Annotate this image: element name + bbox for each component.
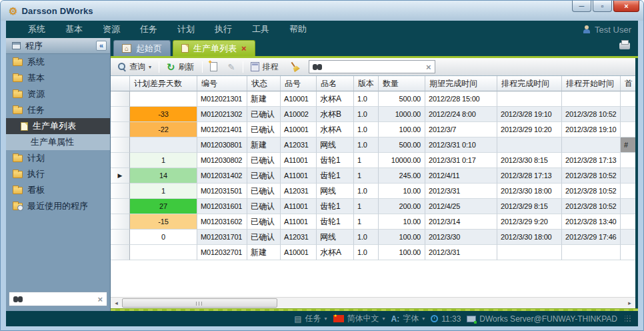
table-row[interactable]: -22 M012021401 已确认 A10001 水杯A 1.0 100.00… (111, 122, 635, 137)
row-marker: ▶ (111, 168, 130, 184)
tab-home-label: 起始页 (136, 43, 162, 55)
data-grid: 计划差异天数 编号 状态 品号 品名 版本 数量 期望完成时间 排程完成时间 排… (111, 76, 635, 260)
sidebar-header-label: 程序 (25, 40, 43, 52)
status-language-dropdown[interactable]: 简体中文 ▾ (333, 313, 385, 324)
user-indicator[interactable]: Test User (583, 25, 631, 35)
column-header-quantity[interactable]: 数量 (379, 76, 425, 91)
row-marker (111, 137, 130, 153)
horizontal-scrollbar[interactable]: ◂ ▸ (111, 297, 635, 308)
title-bar[interactable]: ⚙ Darsson DWorks ─ ▫ × (1, 1, 643, 21)
status-task-dropdown[interactable]: ▤ 任务 ▾ (294, 313, 327, 324)
sidebar-item[interactable]: 基本 (6, 70, 110, 86)
table-row[interactable]: 0 M012031701 已确认 A12031 网线 1.0 100.00 20… (111, 230, 635, 245)
maximize-button[interactable]: ▫ (593, 1, 612, 12)
cell-expected-finish: 2012/4/25 (425, 199, 497, 214)
menu-item[interactable]: 帮助 (279, 21, 317, 38)
tab-production-order-list[interactable]: 生产单列表 × (173, 40, 255, 56)
refresh-button[interactable]: ↻ 刷新 (163, 60, 198, 74)
menu-item[interactable]: 计划 (167, 21, 205, 38)
sidebar-item[interactable]: 任务 (6, 102, 110, 118)
column-header-schedule-finish[interactable]: 排程完成时间 (497, 76, 562, 91)
chevron-down-icon: ▾ (149, 64, 151, 70)
scrollbar-thumb[interactable] (122, 298, 277, 308)
cell-expected-finish: 2012/3/31 (425, 245, 497, 260)
table-row[interactable]: -33 M012021302 已确认 A10002 水杯B 1.0 1000.0… (111, 107, 635, 122)
menu-item[interactable]: 工具 (242, 21, 279, 38)
scroll-left-arrow-icon[interactable]: ◂ (111, 298, 122, 308)
clean-button[interactable] (286, 60, 303, 73)
column-header-expected-finish[interactable]: 期望完成时间 (425, 76, 497, 91)
table-row[interactable]: M012030801 新建 A12031 网线 1.0 500.00 2012/… (111, 137, 635, 153)
edit-button[interactable]: ✎ (225, 61, 239, 73)
tab-home[interactable]: ⌂ 起始页 (113, 40, 171, 56)
binoculars-icon (13, 296, 23, 302)
column-header-schedule-start[interactable]: 排程开始时间 (562, 76, 621, 91)
sidebar-item[interactable]: 看板 (6, 182, 110, 198)
table-row[interactable]: -15 M012031602 已确认 A11001 齿轮1 1 10.00 20… (111, 214, 635, 230)
column-header-order-no[interactable]: 编号 (197, 76, 247, 91)
tab-close-icon[interactable]: × (241, 44, 247, 53)
clear-search-icon[interactable]: × (97, 295, 103, 304)
toolbar-separator (243, 61, 243, 73)
column-header-marker[interactable] (111, 76, 130, 91)
table-row[interactable]: ▶ 14 M012031402 已确认 A11001 齿轮1 1 245.00 … (111, 168, 635, 184)
sidebar-item[interactable]: 资源 (6, 86, 110, 102)
table-row[interactable]: M012021301 新建 A10001 水杯A 1.0 500.00 2012… (111, 91, 635, 107)
sidebar-item[interactable]: 执行 (6, 166, 110, 182)
cell-quantity: 200.00 (379, 199, 425, 214)
schedule-button[interactable]: 排程 (247, 60, 282, 74)
menu-item[interactable]: 资源 (93, 21, 130, 38)
sidebar-item[interactable]: 系统 (6, 54, 110, 70)
status-font-dropdown[interactable]: A: 字体 ▾ (391, 313, 425, 324)
menu-item[interactable]: 执行 (205, 21, 242, 38)
query-button[interactable]: 查询 ▾ (115, 60, 155, 74)
new-button[interactable] (207, 61, 221, 73)
sidebar-item[interactable]: 生产单属性 (6, 134, 110, 150)
column-header-version[interactable]: 版本 (354, 76, 379, 91)
table-row[interactable]: 27 M012031601 已确认 A11001 齿轮1 1 200.00 20… (111, 199, 635, 214)
minimize-button[interactable]: ─ (572, 1, 591, 12)
clear-filter-icon[interactable]: × (426, 63, 431, 71)
resize-grip[interactable] (625, 316, 631, 322)
column-header-clipped[interactable]: 首 (621, 76, 635, 91)
table-row[interactable]: 1 M012031501 已确认 A12031 网线 1.0 10.00 201… (111, 184, 635, 199)
minimize-icon: ─ (579, 2, 585, 10)
close-button[interactable]: × (613, 1, 639, 12)
column-header-part-no[interactable]: 品号 (281, 76, 317, 91)
table-row[interactable]: M012032701 新建 A10001 水杯A 1.0 100.00 2012… (111, 245, 635, 260)
toolbar-separator (202, 61, 203, 73)
column-header-plan-diff-days[interactable]: 计划差异天数 (130, 76, 197, 91)
cell-order-no: M012031701 (197, 230, 247, 245)
cell-status: 已确认 (247, 153, 281, 168)
cell-part-no: A10002 (281, 107, 317, 122)
cell-plan-diff-days (130, 137, 197, 153)
collapse-sidebar-button[interactable]: « (96, 41, 107, 51)
cell-schedule-finish: 2012/3/28 19:10 (497, 107, 562, 122)
status-task-label: 任务 (305, 313, 321, 324)
menu-item[interactable]: 任务 (130, 21, 167, 38)
cell-version: 1.0 (354, 91, 379, 107)
cell-version: 1.0 (354, 184, 379, 199)
cell-clipped (621, 184, 635, 199)
column-header-part-name[interactable]: 品名 (317, 76, 354, 91)
sidebar-item-label: 生产单列表 (33, 120, 76, 132)
printer-icon[interactable] (619, 43, 630, 49)
row-marker (111, 153, 130, 168)
sidebar-item[interactable]: 计划 (6, 150, 110, 166)
table-row[interactable]: 1 M012030802 已确认 A11001 齿轮1 1 10000.00 2… (111, 153, 635, 168)
cell-part-no: A12031 (281, 184, 317, 199)
column-header-status[interactable]: 状态 (247, 76, 281, 91)
menu-item[interactable]: 基本 (55, 21, 93, 38)
menu-item[interactable]: 系统 (18, 21, 55, 38)
cell-part-name: 水杯B (317, 107, 354, 122)
sidebar-item[interactable]: 最近使用的程序 (6, 198, 110, 214)
refresh-label: 刷新 (179, 61, 195, 73)
scroll-right-arrow-icon[interactable]: ▸ (624, 298, 635, 308)
sidebar: 程序 « 系统 基本 资源 任务 生产单列表 生产单属性 (6, 38, 111, 311)
font-icon: A: (391, 314, 400, 324)
sidebar-search-box: × (9, 292, 107, 306)
sidebar-item[interactable]: 生产单列表 (6, 118, 110, 134)
sidebar-search-input[interactable] (27, 294, 93, 304)
sidebar-item-label: 看板 (27, 184, 45, 196)
filter-input[interactable] (325, 62, 423, 71)
